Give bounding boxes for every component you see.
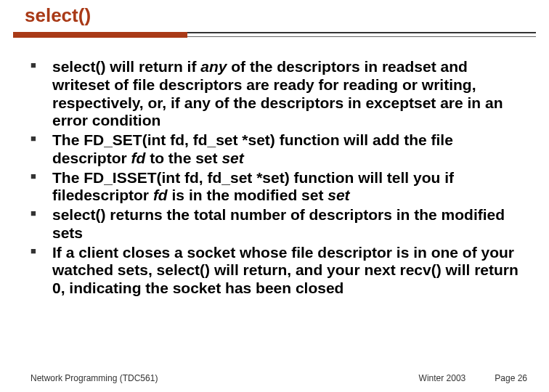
bullet-item: The FD_SET(int fd, fd_set *set) function…	[30, 131, 518, 168]
title-rule-thin-1	[187, 32, 536, 33]
bullet-item: If a client closes a socket whose file d…	[30, 244, 518, 298]
bullet-item: The FD_ISSET(int fd, fd_set *set) functi…	[30, 169, 518, 205]
footer-left: Network Programming (TDC561)	[30, 373, 158, 383]
bullet-list: select() will return if any of the descr…	[30, 58, 518, 299]
bullet-item: select() returns the total number of des…	[30, 206, 518, 242]
footer: Network Programming (TDC561) Winter 2003…	[30, 373, 527, 383]
title-rule-thin-2	[187, 36, 536, 37]
footer-center: Winter 2003	[419, 373, 466, 383]
bullet-item: select() will return if any of the descr…	[30, 58, 518, 130]
title-rule-thick	[13, 32, 187, 38]
slide: select() select() will return if any of …	[0, 0, 549, 392]
slide-title: select()	[25, 4, 91, 27]
footer-right: Page 26	[495, 373, 527, 383]
